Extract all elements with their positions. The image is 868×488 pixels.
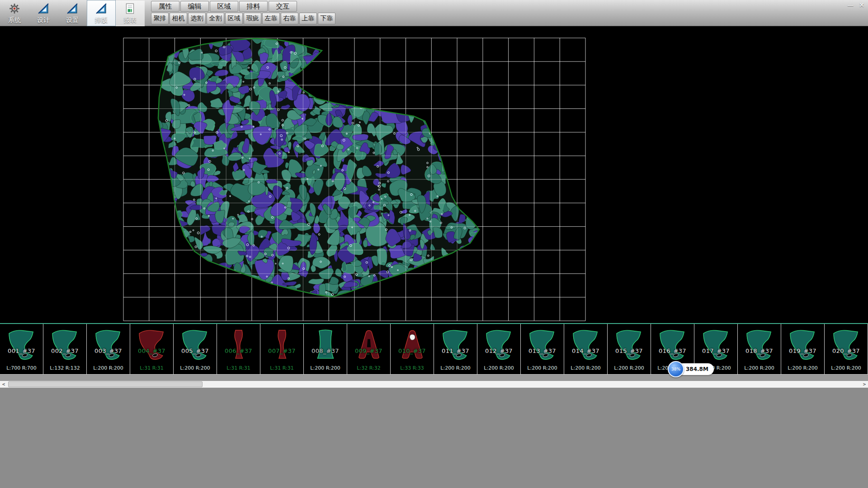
piece-lr-count: L:200 R:200 — [781, 365, 824, 371]
piece-lr-count: L:33 R:33 — [391, 365, 434, 371]
piece-lr-count: L:132 R:132 — [43, 365, 86, 371]
mode-button-gear[interactable]: 系统 — [0, 0, 29, 26]
tool-button-4[interactable]: 全割 — [207, 13, 224, 24]
piece-shape — [527, 325, 558, 364]
piece-name: 012_#37 — [477, 347, 520, 354]
piece-thumbnail-003[interactable]: 003_#37L:200 R:200 — [87, 324, 130, 374]
mode-button-label: 设计 — [37, 17, 50, 23]
piece-thumbnail-006[interactable]: 006_#37L:31 R:31 — [217, 324, 260, 374]
tool-button-1[interactable]: 聚排 — [151, 13, 169, 24]
piece-lr-count: L:31 R:31 — [130, 365, 173, 371]
mode-button-label: 设置 — [66, 17, 79, 23]
tool-button-2[interactable]: 相机 — [170, 13, 187, 24]
piece-lr-count: L:200 R:200 — [825, 365, 868, 371]
piece-shape — [6, 325, 38, 364]
piece-shape — [136, 325, 168, 364]
piece-name: 019_#37 — [781, 347, 824, 354]
piece-shape — [657, 325, 689, 364]
close-button[interactable]: ✕ — [859, 1, 864, 9]
piece-shape — [179, 325, 211, 364]
piece-shape — [223, 325, 255, 364]
mode-button-layout[interactable]: 排版 — [87, 0, 116, 26]
piece-shape — [830, 325, 862, 364]
mode-button-design[interactable]: 设计 — [29, 0, 58, 26]
piece-thumbnail-019[interactable]: 019_#37L:200 R:200 — [781, 324, 825, 374]
piece-lr-count: L:200 R:200 — [738, 365, 781, 371]
piece-name: 014_#37 — [564, 347, 607, 354]
piece-thumbnail-013[interactable]: 013_#37L:200 R:200 — [521, 324, 564, 374]
mode-button-settings[interactable]: 设置 — [58, 0, 87, 26]
toolbar: 系统设计设置排版报表 属性编辑区域排料交互 聚排相机选割全割区域瑕疵左靠右靠上靠… — [0, 0, 868, 26]
piece-lr-count: L:200 R:200 — [87, 365, 130, 371]
horizontal-scrollbar[interactable]: < > — [0, 380, 868, 388]
mode-button-report[interactable]: 报表 — [116, 0, 145, 26]
tool-buttons: 聚排相机选割全割区域瑕疵左靠右靠上靠下靠 — [151, 13, 335, 24]
piece-shape — [93, 325, 124, 364]
menu-tab-5[interactable]: 交互 — [269, 1, 297, 12]
piece-thumbnail-011[interactable]: 011_#37L:200 R:200 — [434, 324, 477, 374]
piece-lr-count: L:200 R:200 — [521, 365, 564, 371]
piece-name: 006_#37 — [217, 347, 260, 354]
piece-lr-count: L:200 R:200 — [304, 365, 347, 371]
piece-lr-count: L:700 R:700 — [0, 365, 43, 371]
bottom-empty-area — [0, 389, 868, 488]
piece-thumbnail-010[interactable]: 010_#37L:33 R:33 — [391, 324, 434, 374]
strip-gap — [0, 375, 868, 380]
piece-shape — [49, 325, 81, 364]
piece-name: 003_#37 — [87, 347, 130, 354]
tool-button-9[interactable]: 上靠 — [299, 13, 317, 24]
tool-button-7[interactable]: 左靠 — [262, 13, 280, 24]
piece-thumbnail-004[interactable]: 004_#37L:31 R:31 — [130, 324, 174, 374]
mode-button-label: 系统 — [8, 17, 21, 23]
scroll-left-arrow[interactable]: < — [0, 381, 7, 387]
report-icon — [124, 3, 136, 16]
piece-shape — [396, 325, 428, 364]
piece-thumbnail-014[interactable]: 014_#37L:200 R:200 — [564, 324, 608, 374]
piece-name: 011_#37 — [434, 347, 477, 354]
window-controls: — ✕ — [847, 1, 864, 9]
piece-name: 005_#37 — [174, 347, 217, 354]
piece-name: 018_#37 — [738, 347, 781, 354]
piece-shape — [310, 325, 341, 364]
menu-tab-2[interactable]: 编辑 — [180, 1, 209, 12]
piece-lr-count: L:31 R:31 — [217, 365, 260, 371]
piece-shape — [353, 325, 385, 364]
piece-name: 009_#37 — [347, 347, 390, 354]
piece-thumbnail-002[interactable]: 002_#37L:132 R:132 — [43, 324, 87, 374]
menu-tab-1[interactable]: 属性 — [151, 1, 179, 12]
piece-name: 002_#37 — [43, 347, 86, 354]
mode-button-label: 报表 — [124, 17, 137, 23]
menu-tab-4[interactable]: 排料 — [239, 1, 268, 12]
scrollbar-thumb[interactable] — [8, 381, 203, 387]
piece-thumbnail-009[interactable]: 009_#37L:32 R:32 — [347, 324, 391, 374]
piece-thumbnail-012[interactable]: 012_#37L:200 R:200 — [477, 324, 521, 374]
piece-thumbnail-001[interactable]: 001_#37L:700 R:700 — [0, 324, 43, 374]
nesting-canvas-svg — [0, 26, 868, 323]
piece-name: 010_#37 — [391, 347, 434, 354]
menu-tab-3[interactable]: 区域 — [210, 1, 238, 12]
tool-button-8[interactable]: 右靠 — [281, 13, 298, 24]
piece-thumbnail-005[interactable]: 005_#37L:200 R:200 — [174, 324, 217, 374]
piece-thumbnail-018[interactable]: 018_#37L:200 R:200 — [738, 324, 781, 374]
tool-button-10[interactable]: 下靠 — [318, 13, 335, 24]
piece-lr-count: L:200 R:200 — [174, 365, 217, 371]
tool-button-5[interactable]: 区域 — [225, 13, 243, 24]
menu-area: 属性编辑区域排料交互 聚排相机选割全割区域瑕疵左靠右靠上靠下靠 — [151, 0, 335, 26]
piece-thumbnail-020[interactable]: 020_#37L:200 R:200 — [825, 324, 868, 374]
piece-thumbnail-015[interactable]: 015_#37L:200 R:200 — [608, 324, 651, 374]
nesting-canvas[interactable] — [0, 26, 868, 323]
piece-name: 015_#37 — [608, 347, 651, 354]
piece-name: 004_#37 — [130, 347, 173, 354]
scrollbar-track[interactable] — [7, 381, 861, 388]
tool-button-3[interactable]: 选割 — [188, 13, 206, 24]
piece-name: 013_#37 — [521, 347, 564, 354]
piece-thumbnail-008[interactable]: 008_#37L:200 R:200 — [304, 324, 347, 374]
minimize-button[interactable]: — — [847, 1, 854, 9]
tool-button-6[interactable]: 瑕疵 — [244, 13, 261, 24]
piece-name: 008_#37 — [304, 347, 347, 354]
piece-thumbnail-007[interactable]: 007_#37L:31 R:31 — [260, 324, 304, 374]
scroll-right-arrow[interactable]: > — [861, 381, 868, 387]
progress-badge: 38% 384.8M — [668, 361, 714, 377]
piece-lr-count: L:200 R:200 — [477, 365, 520, 371]
piece-name: 007_#37 — [260, 347, 303, 354]
